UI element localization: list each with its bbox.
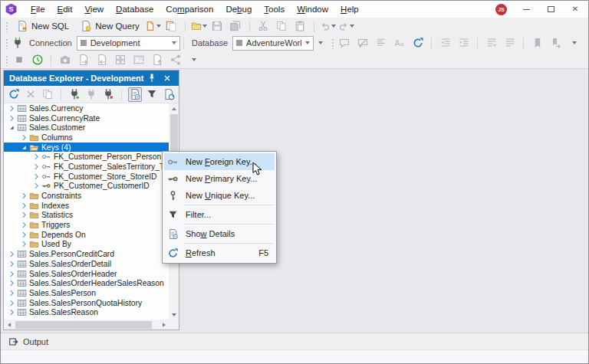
tree-item-sales-salesreason[interactable]: Sales.SalesReason bbox=[4, 307, 169, 317]
app-logo-icon[interactable]: S bbox=[5, 4, 17, 15]
toolbar-grip[interactable] bbox=[331, 38, 334, 49]
expand-arrow-icon[interactable] bbox=[20, 192, 28, 199]
toolbar-grip[interactable] bbox=[5, 38, 8, 49]
expand-arrow-icon[interactable] bbox=[8, 300, 16, 307]
menu-comparison[interactable]: Comparison bbox=[160, 2, 219, 16]
tree-item-statistics[interactable]: Statistics bbox=[4, 211, 169, 221]
database-list-caret[interactable] bbox=[314, 35, 328, 51]
database-select[interactable]: AdventureWorks20... bbox=[232, 36, 314, 51]
menu-debug[interactable]: Debug bbox=[219, 2, 258, 16]
menu-help[interactable]: Help bbox=[334, 2, 365, 16]
chevron-down-icon[interactable] bbox=[305, 41, 310, 44]
expand-arrow-icon[interactable] bbox=[32, 182, 41, 189]
expand-arrow-icon[interactable] bbox=[8, 261, 16, 267]
new-connection-icon[interactable] bbox=[67, 87, 81, 102]
expand-arrow-icon[interactable] bbox=[20, 202, 28, 209]
refresh-icon[interactable] bbox=[7, 87, 21, 102]
collapse-arrow-icon[interactable] bbox=[20, 144, 28, 151]
user-avatar[interactable]: JS bbox=[495, 4, 507, 15]
new-sql-button[interactable]: New SQL bbox=[11, 18, 74, 34]
connection-select[interactable]: Development bbox=[77, 36, 180, 51]
menu-window[interactable]: Window bbox=[291, 2, 334, 16]
tree-item-sales-salesorderheadersalesreason[interactable]: Sales.SalesOrderHeaderSalesReason bbox=[4, 278, 169, 288]
tree-item-fk-customer-salesterritory-territoryid[interactable]: FK_Customer_SalesTerritory_TerritoryID bbox=[4, 162, 169, 172]
menu-view[interactable]: View bbox=[78, 2, 110, 16]
menu-database[interactable]: Database bbox=[110, 2, 160, 16]
menu-file[interactable]: File bbox=[25, 2, 51, 16]
maximize-button[interactable] bbox=[541, 2, 561, 17]
expand-arrow-icon[interactable] bbox=[8, 271, 16, 277]
tree-item-depends-on[interactable]: Depends On bbox=[4, 230, 169, 240]
menu-tools[interactable]: Tools bbox=[258, 2, 291, 16]
expand-arrow-icon[interactable] bbox=[8, 309, 16, 316]
tree-item-keys-4[interactable]: Keys (4) bbox=[4, 143, 169, 152]
expand-arrow-icon[interactable] bbox=[20, 134, 28, 141]
expand-arrow-icon[interactable] bbox=[8, 115, 16, 122]
expand-arrow-icon[interactable] bbox=[8, 280, 16, 287]
execution-history-icon[interactable] bbox=[29, 52, 45, 67]
output-tab-label[interactable]: Output bbox=[23, 337, 48, 346]
disconnect-icon[interactable] bbox=[101, 87, 115, 102]
collapse-arrow-icon[interactable] bbox=[8, 124, 16, 131]
context-menu-item-refresh[interactable]: RefreshF5 bbox=[164, 244, 275, 261]
tree-item-sales-salespersonquotahistory[interactable]: Sales.SalesPersonQuotaHistory bbox=[4, 298, 169, 308]
refresh-schema-icon[interactable] bbox=[410, 35, 426, 51]
tree-item-pk-customer-customerid[interactable]: PK_Customer_CustomerID bbox=[4, 182, 169, 192]
scroll-left-button[interactable] bbox=[4, 320, 14, 330]
panel-close-icon[interactable] bbox=[161, 72, 173, 84]
expand-arrow-icon[interactable] bbox=[32, 153, 41, 160]
panel-title-bar[interactable]: Database Explorer - Development bbox=[4, 71, 179, 86]
chevron-down-icon[interactable] bbox=[331, 25, 336, 28]
expand-arrow-icon[interactable] bbox=[20, 212, 28, 218]
menu-edit[interactable]: Edit bbox=[51, 2, 79, 16]
tree-item-sales-salesorderheader[interactable]: Sales.SalesOrderHeader bbox=[4, 269, 169, 279]
tree-item-sales-salesperson[interactable]: Sales.SalesPerson bbox=[4, 288, 169, 298]
new-query-button[interactable]: New Query bbox=[74, 18, 145, 34]
toolbar-options-caret[interactable] bbox=[186, 52, 202, 67]
chevron-down-icon[interactable] bbox=[172, 41, 176, 44]
tree-item-sales-salesorderdetail[interactable]: Sales.SalesOrderDetail bbox=[4, 259, 169, 269]
tree-item-used-by[interactable]: Used By bbox=[4, 240, 169, 250]
tree-item-fk-customer-store-storeid[interactable]: FK_Customer_Store_StoreID bbox=[4, 172, 169, 182]
filter-icon[interactable] bbox=[145, 87, 159, 102]
tree-item-indexes[interactable]: Indexes bbox=[4, 201, 169, 211]
chevron-down-icon[interactable] bbox=[202, 25, 207, 28]
expand-arrow-icon[interactable] bbox=[20, 241, 28, 248]
expand-arrow-icon[interactable] bbox=[20, 221, 28, 228]
scroll-up-button[interactable] bbox=[169, 103, 179, 113]
minimize-button[interactable] bbox=[516, 2, 536, 17]
tree-item-constraints[interactable]: Constraints bbox=[4, 191, 169, 201]
close-button[interactable]: ✕ bbox=[565, 2, 585, 17]
object-refresh-icon[interactable] bbox=[162, 87, 176, 102]
expand-arrow-icon[interactable] bbox=[8, 105, 16, 112]
tree-item-sales-customer[interactable]: Sales.Customer bbox=[4, 123, 169, 133]
context-menu-item-filter[interactable]: Filter... bbox=[164, 206, 275, 223]
tree-item-sales-personcreditcard[interactable]: Sales.PersonCreditCard bbox=[4, 249, 169, 259]
toolbar-grip[interactable] bbox=[5, 21, 8, 32]
new-window-icon[interactable] bbox=[163, 18, 179, 34]
toolbar-options-caret[interactable] bbox=[566, 35, 582, 51]
context-menu-item-new-unique-key[interactable]: New Unique Key... bbox=[164, 187, 275, 204]
expand-arrow-icon[interactable] bbox=[8, 251, 16, 257]
open-file-icon[interactable] bbox=[191, 18, 207, 34]
pin-icon[interactable] bbox=[146, 72, 158, 84]
tree-item-sales-currency[interactable]: Sales.Currency bbox=[4, 103, 169, 113]
expand-arrow-icon[interactable] bbox=[20, 231, 28, 238]
tree-item-triggers[interactable]: Triggers bbox=[4, 220, 169, 230]
expand-arrow-icon[interactable] bbox=[32, 173, 41, 180]
scroll-right-button[interactable] bbox=[159, 320, 169, 330]
horizontal-scroll-thumb[interactable] bbox=[15, 321, 152, 329]
chevron-down-icon[interactable] bbox=[350, 25, 354, 28]
tree-item-sales-currencyrate[interactable]: Sales.CurrencyRate bbox=[4, 113, 169, 123]
expand-arrow-icon[interactable] bbox=[8, 290, 16, 297]
tree-item-fk-customer-person-personid[interactable]: FK_Customer_Person_PersonID bbox=[4, 152, 169, 162]
expand-arrow-icon[interactable] bbox=[32, 163, 41, 170]
horizontal-scrollbar[interactable] bbox=[4, 320, 169, 330]
tree-item-columns[interactable]: Columns bbox=[4, 133, 169, 143]
scroll-down-button[interactable] bbox=[169, 310, 179, 320]
show-details-icon[interactable] bbox=[128, 87, 142, 102]
new-document-icon[interactable] bbox=[145, 18, 161, 34]
chevron-down-icon[interactable] bbox=[156, 25, 161, 28]
context-menu-item-show-details[interactable]: Show Details bbox=[164, 225, 275, 242]
toolbar-grip[interactable] bbox=[5, 54, 8, 66]
